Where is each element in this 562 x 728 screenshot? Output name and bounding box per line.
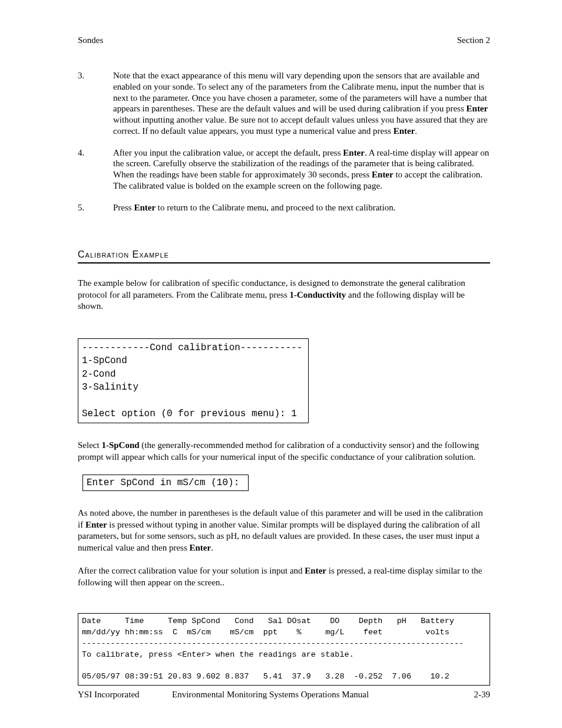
item-number: 4. xyxy=(78,147,113,192)
item-body: After you input the calibration value, o… xyxy=(113,147,490,192)
paragraph: The example below for calibration of spe… xyxy=(78,278,490,312)
list-item: 5. Press Enter to return to the Calibrat… xyxy=(78,202,490,213)
paragraph: As noted above, the number in parenthese… xyxy=(78,508,490,554)
item-number: 5. xyxy=(78,202,113,213)
paragraph: Select 1-SpCond (the generally-recommend… xyxy=(78,440,490,463)
document-page: Sondes Section 2 3. Note that the exact … xyxy=(0,0,562,728)
header-left: Sondes xyxy=(78,35,103,45)
console-realtime-display: Date Time Temp SpCond Cond Sal DOsat DO … xyxy=(78,613,490,686)
section-rule xyxy=(78,262,490,263)
list-item: 4. After you input the calibration value… xyxy=(78,147,490,192)
item-body: Note that the exact appearance of this m… xyxy=(113,70,490,137)
page-header: Sondes Section 2 xyxy=(78,35,490,45)
list-item: 3. Note that the exact appearance of thi… xyxy=(78,70,490,137)
header-right: Section 2 xyxy=(457,35,490,45)
console-spcond-prompt: Enter SpCond in mS/cm (10): xyxy=(82,475,249,491)
item-body: Press Enter to return to the Calibrate m… xyxy=(113,202,490,213)
item-number: 3. xyxy=(78,70,113,137)
footer-pageno: 2-39 xyxy=(461,690,490,700)
page-footer: YSI Incorporated Environmental Monitorin… xyxy=(78,690,490,700)
paragraph: After the correct calibration value for … xyxy=(78,565,490,588)
footer-org: YSI Incorporated xyxy=(78,690,172,700)
footer-title: Environmental Monitoring Systems Operati… xyxy=(172,690,461,700)
console-cond-calibration: ------------Cond calibration----------- … xyxy=(78,338,309,423)
section-heading: Calibration Example xyxy=(78,249,490,260)
numbered-list: 3. Note that the exact appearance of thi… xyxy=(78,70,490,213)
